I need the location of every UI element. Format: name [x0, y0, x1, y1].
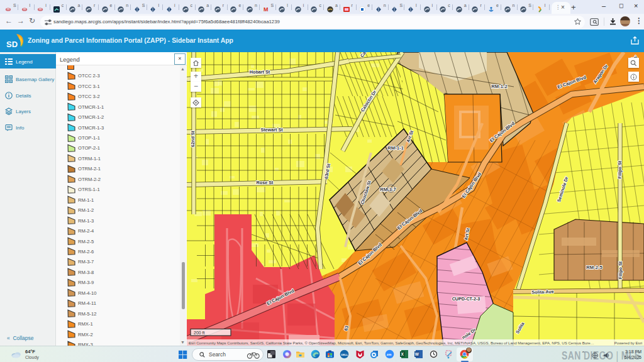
svg-text:X: X: [401, 352, 404, 356]
svg-text:zm: zm: [387, 352, 392, 356]
svg-text:DELL: DELL: [341, 353, 348, 356]
svg-text:RM-1-2: RM-1-2: [491, 84, 507, 89]
svg-text:RM-1-1: RM-1-1: [387, 145, 404, 151]
svg-text:Solita-Ave: Solita-Ave: [531, 288, 553, 295]
svg-text:W: W: [415, 352, 419, 356]
svg-text:SD: SD: [6, 40, 18, 49]
svg-text:Rose St: Rose St: [257, 180, 274, 185]
svg-text:CUPD-CT-2-3: CUPD-CT-2-3: [452, 296, 480, 302]
svg-text:Filipo St: Filipo St: [618, 261, 623, 279]
svg-text:Stewart St: Stewart St: [260, 127, 283, 133]
svg-text:Hobart St: Hobart St: [250, 69, 270, 75]
svg-text:M: M: [264, 6, 269, 13]
svg-text:RM-2-5: RM-2-5: [586, 265, 602, 270]
svg-text:Filipo St: Filipo St: [617, 160, 623, 178]
svg-text:62nd St: 62nd St: [190, 130, 196, 147]
svg-text:200 ft: 200 ft: [194, 331, 205, 335]
